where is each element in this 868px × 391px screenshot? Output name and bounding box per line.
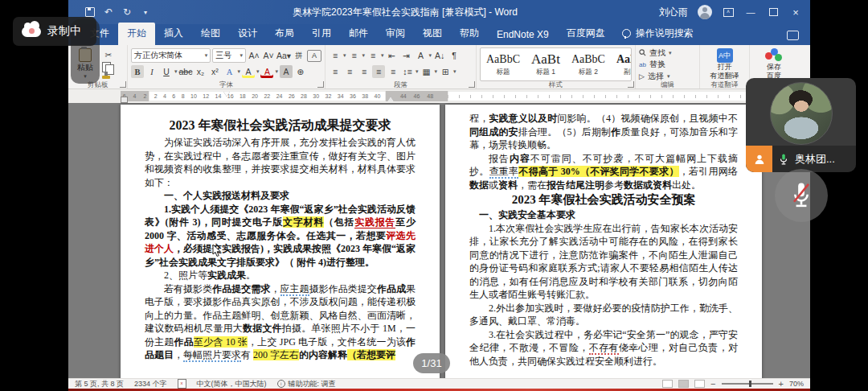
minimize-button[interactable]: —: [744, 6, 757, 18]
grow-font-icon[interactable]: A˄: [248, 49, 260, 62]
youdao-translate-button[interactable]: A中 打开 有道翻译: [703, 47, 746, 80]
borders-icon[interactable]: ⊞: [439, 65, 452, 78]
print-layout-button[interactable]: [678, 380, 689, 388]
tell-me-search[interactable]: 操作说明搜索: [614, 23, 702, 45]
replace-button[interactable]: ab 替换: [639, 60, 696, 70]
sort-icon[interactable]: A↓: [433, 49, 446, 62]
increase-indent-icon[interactable]: ⇥: [400, 49, 413, 62]
justify-icon[interactable]: ≡: [372, 65, 385, 78]
ribbon-display-options-icon[interactable]: ˄: [722, 6, 735, 18]
underline-icon[interactable]: U: [160, 65, 173, 78]
editing-group: 查找▾ ab 替换 ▷ 选择▾ 编辑: [636, 45, 700, 88]
copy-icon[interactable]: [102, 62, 111, 72]
character-shading-icon[interactable]: A: [280, 65, 293, 78]
subscript-icon[interactable]: x₂: [194, 65, 207, 78]
phonetic-guide-icon[interactable]: 拼: [293, 49, 305, 62]
show-marks-icon[interactable]: ¶: [448, 49, 461, 62]
cloud-recording-icon: [22, 27, 41, 37]
strikethrough-icon[interactable]: abc: [179, 65, 193, 78]
clipboard-dialog-launcher[interactable]: [120, 81, 126, 88]
decrease-indent-icon[interactable]: ⇤: [386, 49, 399, 62]
tab-layout[interactable]: 布局: [266, 23, 303, 45]
paragraph: 报告内容不可雷同、不可抄袭，不可大篇幅网上下载摘抄。查重率不得高于 30%（不评…: [469, 152, 738, 192]
format-painter-icon[interactable]: [102, 76, 110, 79]
save-icon[interactable]: [84, 6, 96, 18]
tab-insert[interactable]: 插入: [155, 23, 192, 45]
change-case-icon[interactable]: Aa▾: [276, 49, 291, 62]
left-indent-marker[interactable]: [121, 97, 128, 103]
horizontal-ruler[interactable]: 6 4 2 2 4 6 8 10 12 14 16 18 20 22 24 26…: [121, 91, 810, 101]
character-border-icon[interactable]: A: [307, 50, 321, 62]
align-right-icon[interactable]: ≡: [358, 65, 371, 78]
style-normal[interactable]: AaBbC 标题: [481, 48, 526, 80]
tab-draw[interactable]: 绘图: [192, 23, 229, 45]
qat-customize-icon[interactable]: ▾: [140, 6, 151, 18]
bold-icon[interactable]: B: [131, 65, 144, 78]
paragraph: 1.本次寒假社会实践学生应在出行前，告知家长本次活动安排，让家长充分了解实践活动…: [469, 222, 738, 302]
style-heading1[interactable]: AaBt 标题 1: [526, 48, 566, 80]
mute-microphone-button[interactable]: [775, 169, 828, 222]
align-left-icon[interactable]: ≡: [329, 65, 342, 78]
tab-design[interactable]: 设计: [229, 23, 266, 45]
superscript-icon[interactable]: x²: [208, 65, 221, 78]
highlight-color-icon[interactable]: A: [242, 65, 255, 78]
read-mode-button[interactable]: [662, 380, 673, 388]
zoom-level[interactable]: 70%: [789, 380, 804, 388]
align-center-icon[interactable]: ≡: [343, 65, 356, 78]
font-size-combo[interactable]: 三号▾: [212, 48, 246, 63]
style-subtitle[interactable]: AaBbC 副标题: [611, 48, 632, 80]
user-avatar[interactable]: [698, 5, 712, 19]
zoom-slider[interactable]: [722, 383, 773, 384]
bullets-icon[interactable]: ≡: [329, 49, 342, 62]
paragraph: 3.在社会实践过程中，务必牢记“安全第一”的观念，严守安全纪律，不散漫，不冒险，…: [469, 328, 738, 368]
baidu-save-button[interactable]: 保存 百度: [753, 47, 795, 80]
tab-home[interactable]: 开始: [118, 23, 155, 45]
page-right[interactable]: 程，实践意义以及时间影响。（4）视频确保原创，且视频中不同组成的安排合理。（5）…: [445, 105, 762, 378]
line-spacing-icon[interactable]: ↕≡: [401, 65, 414, 78]
style-heading2[interactable]: AaBbC 标题 2: [566, 48, 611, 80]
language-status[interactable]: 中文(简体，中国大陆): [197, 379, 267, 389]
zoom-slider-handle[interactable]: [749, 381, 751, 387]
accessibility-status[interactable]: i 辅助功能: 调查: [277, 379, 336, 389]
shrink-font-icon[interactable]: A˅: [262, 49, 275, 62]
zoom-out-button[interactable]: −: [710, 379, 715, 389]
cut-icon[interactable]: ✂: [102, 48, 115, 61]
tab-view[interactable]: 视图: [414, 23, 451, 45]
find-button[interactable]: 查找▾: [639, 47, 696, 58]
italic-icon[interactable]: I: [145, 65, 158, 78]
multilevel-list-icon[interactable]: ≡: [366, 49, 379, 62]
page-number-status[interactable]: 第 5 页, 共 8 页: [75, 379, 124, 389]
font-dialog-launcher[interactable]: [317, 81, 324, 88]
undo-icon[interactable]: ↶: [103, 6, 114, 18]
tab-review[interactable]: 审阅: [377, 23, 414, 45]
paragraph-dialog-launcher[interactable]: [469, 81, 475, 88]
font-color-icon[interactable]: A: [260, 65, 273, 78]
font-name-combo[interactable]: 方正仿宋简体▾: [131, 48, 211, 63]
proofing-errors-icon[interactable]: x: [178, 379, 186, 389]
tab-help[interactable]: 帮助: [451, 23, 488, 45]
zoom-in-button[interactable]: +: [779, 379, 784, 389]
comments-icon[interactable]: [787, 31, 799, 40]
first-line-indent-marker[interactable]: [223, 92, 230, 97]
text-effects-icon[interactable]: A: [223, 65, 235, 78]
close-button[interactable]: ×: [789, 6, 802, 18]
styles-dialog-launcher[interactable]: [628, 81, 634, 88]
word-count-status[interactable]: 2334 个字: [134, 379, 167, 389]
asian-layout-icon[interactable]: A: [415, 49, 428, 62]
web-layout-button[interactable]: [694, 380, 705, 388]
right-indent-marker[interactable]: [387, 97, 394, 101]
tab-references[interactable]: 引用: [303, 23, 340, 45]
tab-baidu-netdisk[interactable]: 百度网盘: [558, 23, 614, 45]
redo-icon[interactable]: ↻: [121, 6, 133, 18]
tab-endnote[interactable]: EndNote X9: [488, 25, 558, 45]
tab-mailings[interactable]: 邮件: [340, 23, 377, 45]
maximize-button[interactable]: [767, 6, 780, 18]
enclose-characters-icon[interactable]: ⊕: [294, 65, 307, 78]
numbering-icon[interactable]: ≡: [348, 49, 361, 62]
shading-icon[interactable]: ▦: [420, 65, 433, 78]
recording-badge[interactable]: 录制中: [13, 17, 96, 46]
distribute-icon[interactable]: ≡: [387, 65, 399, 78]
page-left[interactable]: 2023 年寒假社会实践活动成果提交要求 为保证实践活动深入有序开展，充分发挥社…: [121, 105, 440, 378]
participant-mic-button[interactable]: [778, 153, 789, 166]
meeting-shared-screen: ↶ ↻ ▾ 奥林学院2023年寒假社会实践指南 [兼容模式] - Word 刘心…: [0, 0, 868, 391]
